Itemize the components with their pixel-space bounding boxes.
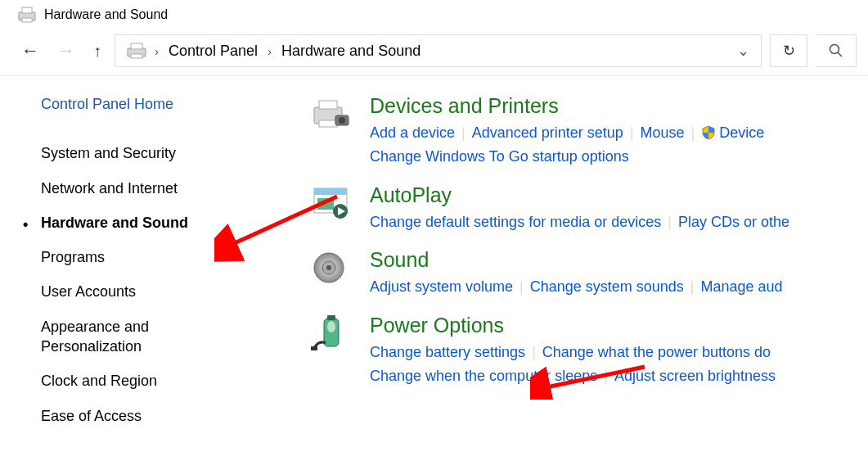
svg-rect-9 (319, 101, 337, 109)
svg-rect-14 (314, 188, 347, 195)
breadcrumb-item[interactable]: Hardware and Sound (273, 38, 429, 65)
link-mouse[interactable]: Mouse (641, 124, 685, 141)
sidebar-item-ease-of-access[interactable]: Ease of Access (41, 406, 196, 426)
svg-rect-23 (311, 346, 317, 350)
link-change-default-media[interactable]: Change default settings for media or dev… (370, 214, 661, 230)
link-advanced-printer[interactable]: Advanced printer setup (472, 124, 623, 141)
up-button[interactable]: ↑ (88, 40, 106, 62)
sidebar-item-network-internet[interactable]: Network and Internet (41, 179, 196, 198)
link-computer-sleeps[interactable]: Change when the computer sleeps (370, 368, 597, 384)
main-panel: Control Panel Home System and Security N… (0, 76, 868, 441)
link-windows-to-go[interactable]: Change Windows To Go startup options (370, 148, 629, 165)
window-title: Hardware and Sound (44, 7, 168, 22)
svg-rect-2 (22, 18, 32, 22)
svg-rect-15 (317, 198, 334, 210)
power-options-icon (311, 315, 350, 351)
search-button[interactable] (816, 34, 857, 67)
svg-rect-5 (131, 54, 142, 58)
content-area: Devices and Printers Add a device|Advanc… (205, 94, 868, 441)
svg-line-7 (838, 52, 842, 56)
printer-title-icon (16, 6, 38, 24)
refresh-button[interactable]: ↻ (770, 34, 807, 67)
title-bar: Hardware and Sound (0, 0, 868, 29)
svg-point-6 (830, 45, 839, 54)
link-power-buttons[interactable]: Change what the power buttons do (542, 344, 771, 360)
link-play-cds[interactable]: Play CDs or othe (678, 214, 789, 230)
sidebar-item-hardware-sound[interactable]: Hardware and Sound (41, 213, 196, 233)
sidebar-item-system-security[interactable]: System and Security (41, 143, 196, 163)
link-battery-settings[interactable]: Change battery settings (370, 344, 525, 360)
category-title[interactable]: Sound (370, 248, 868, 272)
category-title[interactable]: Power Options (370, 314, 868, 337)
chevron-down-icon[interactable]: ⌄ (726, 42, 761, 60)
category-sound: Sound Adjust system volume|Change system… (311, 248, 868, 299)
svg-rect-1 (22, 7, 32, 13)
category-power-options: Power Options Change battery settings|Ch… (311, 314, 868, 388)
category-links: Adjust system volume|Change system sound… (370, 275, 868, 299)
sidebar-item-programs[interactable]: Programs (41, 247, 196, 267)
shield-icon (701, 125, 716, 140)
category-title[interactable]: Devices and Printers (370, 94, 868, 118)
devices-printers-icon (311, 96, 350, 132)
category-links: Change default settings for media or dev… (370, 210, 868, 234)
link-manage-audio[interactable]: Manage aud (701, 278, 783, 295)
link-device[interactable]: Device (719, 124, 764, 141)
sidebar-item-appearance[interactable]: Appearance and Personalization (41, 317, 196, 357)
sidebar-home[interactable]: Control Panel Home (41, 94, 196, 114)
chevron-icon[interactable]: › (266, 44, 273, 58)
category-title[interactable]: AutoPlay (370, 183, 868, 207)
category-devices-printers: Devices and Printers Add a device|Advanc… (311, 94, 868, 169)
address-bar: ← → ↑ › Control Panel › Hardware and Sou… (0, 29, 868, 76)
address-box[interactable]: › Control Panel › Hardware and Sound ⌄ (115, 34, 762, 67)
svg-point-19 (326, 265, 331, 270)
printer-address-icon (125, 42, 148, 60)
sidebar: Control Panel Home System and Security N… (0, 94, 205, 441)
link-adjust-volume[interactable]: Adjust system volume (370, 278, 513, 295)
svg-rect-10 (319, 120, 337, 127)
category-links: Change battery settings|Change what the … (370, 341, 868, 388)
svg-rect-21 (327, 315, 335, 320)
link-screen-brightness[interactable]: Adjust screen brightness (614, 368, 776, 384)
forward-button[interactable]: → (52, 38, 80, 63)
svg-point-12 (339, 117, 345, 124)
category-links: Add a device|Advanced printer setup|Mous… (370, 121, 868, 169)
breadcrumb-item[interactable]: Control Panel (160, 38, 266, 65)
sidebar-item-clock-region[interactable]: Clock and Region (41, 371, 196, 391)
autoplay-icon (311, 185, 350, 221)
sidebar-item-user-accounts[interactable]: User Accounts (41, 282, 196, 301)
link-add-device[interactable]: Add a device (370, 124, 455, 141)
chevron-icon[interactable]: › (153, 44, 160, 58)
category-autoplay: AutoPlay Change default settings for med… (311, 183, 868, 234)
link-change-sounds[interactable]: Change system sounds (530, 278, 684, 295)
back-button[interactable]: ← (16, 38, 44, 63)
svg-point-22 (327, 321, 335, 332)
svg-rect-4 (131, 43, 142, 49)
sound-icon (311, 250, 350, 286)
